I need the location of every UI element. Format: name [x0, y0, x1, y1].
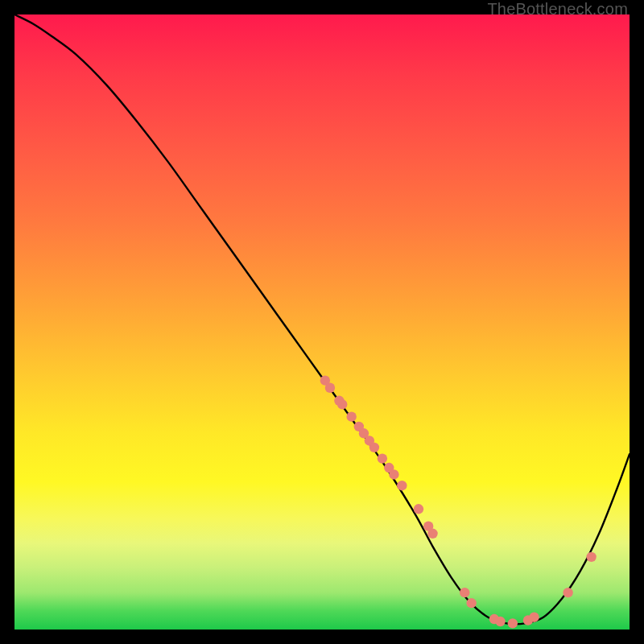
- data-dot: [508, 618, 518, 628]
- data-dot: [337, 399, 347, 409]
- data-dot: [495, 617, 505, 626]
- data-dot: [378, 453, 387, 463]
- data-dot: [586, 552, 596, 562]
- data-dots-group: [320, 375, 597, 628]
- data-dot: [460, 588, 469, 597]
- data-dot: [397, 481, 407, 490]
- chart-container: TheBottleneck.com: [0, 0, 644, 644]
- data-dot: [466, 598, 476, 608]
- data-dot: [369, 443, 379, 452]
- bottleneck-curve-svg: [14, 14, 630, 630]
- data-dot: [389, 469, 398, 479]
- data-dot: [346, 411, 356, 421]
- data-dot: [529, 613, 539, 622]
- data-dot: [427, 529, 437, 539]
- plot-area: [14, 14, 630, 630]
- data-dot: [325, 383, 335, 393]
- data-dot: [414, 504, 423, 514]
- bottleneck-curve-path: [14, 14, 630, 624]
- data-dot: [563, 588, 572, 597]
